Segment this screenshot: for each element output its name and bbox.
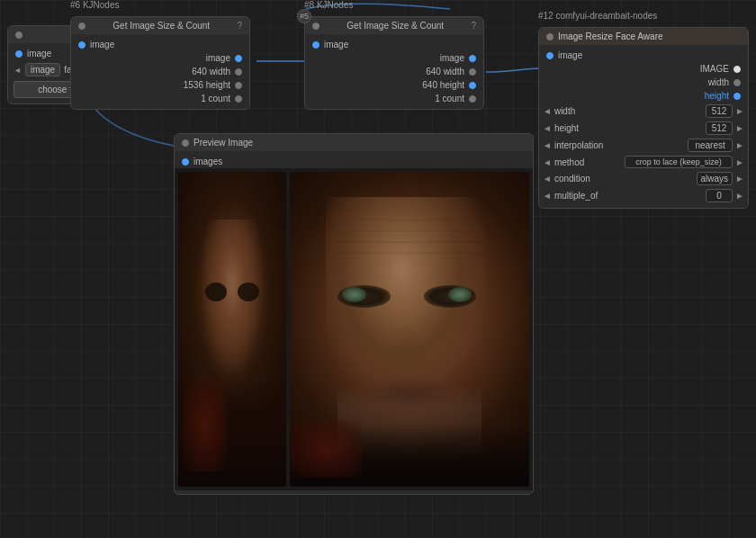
node12-method-setting: ◄ method crop to lace (keep_size) ► bbox=[539, 154, 748, 170]
node8-out-width-port bbox=[469, 68, 476, 76]
node12-out-image-port bbox=[734, 66, 741, 73]
interp-next-arrow[interactable]: ► bbox=[735, 140, 744, 150]
width-label: width bbox=[554, 106, 703, 116]
height-value[interactable]: 512 bbox=[706, 121, 733, 135]
node12-out-IMAGE: IMAGE bbox=[539, 62, 748, 76]
node6-out-image: image bbox=[71, 51, 249, 65]
node12-out-height: height bbox=[539, 89, 748, 103]
node6-out-width-port bbox=[235, 68, 242, 76]
multi-next-arrow[interactable]: ► bbox=[735, 191, 744, 201]
preview-node: Preview Image images bbox=[174, 133, 534, 495]
node12-out-width-label: width bbox=[708, 77, 729, 87]
node12-condition-setting: ◄ condition always ► bbox=[539, 170, 748, 187]
canvas-area: Load Im... image ◄ image face_top.png ► … bbox=[0, 0, 756, 538]
node6-help[interactable]: ? bbox=[237, 21, 242, 31]
preview-header: Preview Image bbox=[175, 134, 533, 151]
preview-images-label: images bbox=[194, 157, 222, 166]
node8-out-count-label: 1 count bbox=[435, 94, 464, 103]
node8-out-image-port bbox=[469, 55, 476, 62]
preview-port-row: images bbox=[175, 155, 533, 168]
preview-images-port bbox=[182, 158, 189, 166]
load-image-output-label: image bbox=[27, 49, 51, 58]
multi-value[interactable]: 0 bbox=[706, 189, 733, 202]
cond-value[interactable]: always bbox=[697, 172, 734, 185]
node8-in-image-label: image bbox=[324, 40, 348, 49]
preview-body: images bbox=[175, 151, 533, 494]
node12-in-image-label: image bbox=[558, 50, 582, 60]
cond-label: condition bbox=[554, 174, 694, 184]
file-tag: image bbox=[25, 63, 60, 76]
node8-in-image-port bbox=[312, 41, 320, 49]
node12-out-height-label: height bbox=[705, 91, 729, 101]
node6-out-height: 1536 height bbox=[71, 78, 249, 92]
node6: Get Image Size & Count ? image image bbox=[70, 16, 250, 110]
interp-prev-arrow[interactable]: ◄ bbox=[543, 140, 552, 150]
node12-header: Image Resize Face Aware bbox=[539, 28, 748, 45]
large-portrait-thumb bbox=[290, 172, 529, 487]
multi-prev-arrow[interactable]: ◄ bbox=[543, 191, 552, 201]
preview-images bbox=[175, 168, 533, 490]
file-prev-arrow[interactable]: ◄ bbox=[14, 66, 22, 75]
node8-out-height: 640 height bbox=[305, 78, 483, 92]
node8-out-image: image bbox=[305, 51, 483, 65]
height-prev-arrow[interactable]: ◄ bbox=[543, 123, 552, 133]
cond-next-arrow[interactable]: ► bbox=[735, 174, 744, 184]
node8-body: image image 640 width 640 height bbox=[305, 34, 483, 109]
node8-status bbox=[312, 22, 320, 30]
height-label: height bbox=[554, 123, 703, 133]
load-image-output-port bbox=[15, 50, 22, 58]
node6-out-height-port bbox=[235, 82, 242, 89]
node12-out-image-label: IMAGE bbox=[700, 64, 729, 74]
node8-out-height-port bbox=[469, 82, 476, 89]
node12-interpolation-setting: ◄ interpolation nearest ► bbox=[539, 137, 748, 154]
method-label: method bbox=[554, 157, 622, 167]
node8-out-count: 1 count bbox=[305, 92, 483, 105]
node6-input-image: image bbox=[71, 38, 249, 51]
height-next-arrow[interactable]: ► bbox=[735, 123, 744, 133]
node12-multiple-setting: ◄ multiple_of 0 ► bbox=[539, 187, 748, 204]
node8: Get Image Size & Count ? image image 640… bbox=[304, 16, 484, 110]
node8-badge: #5 bbox=[297, 9, 311, 23]
node6-body: image image 640 width 1536 height bbox=[71, 34, 249, 109]
method-next-arrow[interactable]: ► bbox=[735, 157, 744, 167]
node8-out-height-label: 640 height bbox=[422, 80, 464, 90]
width-next-arrow[interactable]: ► bbox=[735, 106, 744, 116]
node8-out-width: 640 width bbox=[305, 65, 483, 78]
interp-value[interactable]: nearest bbox=[688, 139, 733, 152]
node12-status bbox=[546, 33, 554, 40]
preview-status bbox=[182, 139, 189, 147]
node6-in-image-label: image bbox=[90, 40, 114, 49]
node12-out-height-port bbox=[734, 93, 741, 100]
node6-out-image-port bbox=[235, 55, 242, 62]
node8-input-image: image bbox=[305, 38, 483, 51]
node6-title: Get Image Size & Count bbox=[112, 21, 210, 31]
width-prev-arrow[interactable]: ◄ bbox=[543, 106, 552, 116]
method-value[interactable]: crop to lace (keep_size) bbox=[625, 156, 733, 168]
node8-help[interactable]: ? bbox=[471, 21, 476, 31]
node12-body: image IMAGE width height bbox=[539, 45, 748, 208]
node12-height-setting: ◄ height 512 ► bbox=[539, 120, 748, 137]
node6-out-count-label: 1 count bbox=[201, 94, 230, 103]
node6-in-image-port bbox=[78, 41, 86, 49]
node8-out-width-label: 640 width bbox=[426, 67, 464, 76]
method-prev-arrow[interactable]: ◄ bbox=[543, 157, 552, 167]
node6-out-count: 1 count bbox=[71, 92, 249, 105]
node12-out-width-port bbox=[734, 79, 741, 86]
node6-out-count-port bbox=[235, 95, 242, 103]
node8-out-count-port bbox=[469, 95, 476, 103]
node12: Image Resize Face Aware image IMAGE widt… bbox=[538, 27, 749, 209]
node6-out-width: 640 width bbox=[71, 65, 249, 78]
cond-prev-arrow[interactable]: ◄ bbox=[543, 174, 552, 184]
node12-in-image: image bbox=[539, 49, 748, 62]
interp-label: interpolation bbox=[554, 140, 685, 150]
node8-out-image-label: image bbox=[440, 53, 464, 63]
node12-width-setting: ◄ width 512 ► bbox=[539, 103, 748, 120]
load-image-status-port bbox=[15, 31, 22, 39]
preview-title: Preview Image bbox=[194, 138, 253, 148]
width-value[interactable]: 512 bbox=[706, 104, 733, 118]
small-portrait-thumb bbox=[178, 172, 286, 487]
node6-out-image-label: image bbox=[206, 53, 230, 63]
node12-in-image-port bbox=[546, 52, 554, 59]
node12-title: Image Resize Face Aware bbox=[558, 31, 663, 41]
node6-header: Get Image Size & Count ? bbox=[71, 17, 249, 34]
